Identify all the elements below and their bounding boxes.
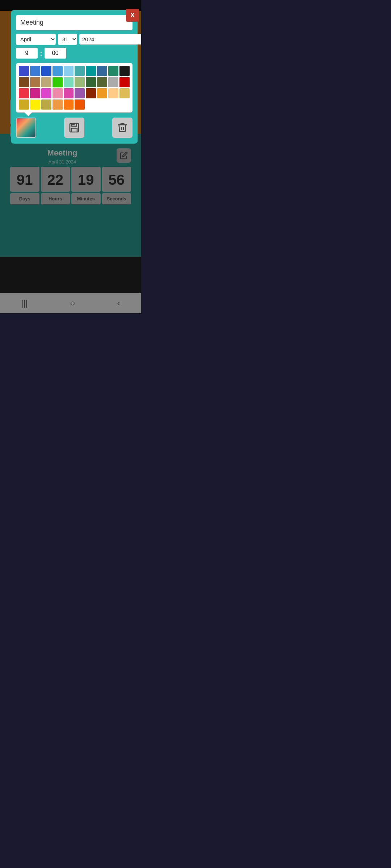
color-swatch[interactable]	[75, 99, 85, 110]
minute-input[interactable]	[45, 48, 66, 59]
color-swatch[interactable]	[41, 88, 51, 98]
color-swatch[interactable]	[30, 88, 40, 98]
color-swatch[interactable]	[41, 99, 51, 110]
modal-close-button[interactable]: X	[126, 9, 139, 22]
color-swatch[interactable]	[52, 66, 63, 76]
time-colon: :	[40, 49, 42, 58]
color-swatch[interactable]	[86, 77, 96, 87]
event-edit-modal: X April JanuaryFebruaryMarch MayJuneJuly…	[11, 10, 138, 144]
color-swatch[interactable]	[30, 77, 40, 87]
color-swatch[interactable]	[64, 77, 74, 87]
save-button[interactable]	[64, 118, 84, 138]
day-select[interactable]: 31 1234 5678 910	[58, 34, 77, 45]
color-swatch[interactable]	[30, 66, 40, 76]
color-swatch[interactable]	[108, 66, 118, 76]
color-swatch[interactable]	[97, 66, 107, 76]
event-title-input[interactable]	[16, 15, 133, 30]
color-preview-swatch	[16, 118, 36, 138]
hour-input[interactable]	[16, 48, 38, 59]
color-swatch[interactable]	[19, 99, 29, 110]
time-row: :	[16, 48, 133, 59]
color-swatch[interactable]	[19, 66, 29, 76]
color-swatch[interactable]	[119, 88, 130, 98]
color-swatch[interactable]	[97, 77, 107, 87]
year-input[interactable]	[79, 34, 141, 44]
delete-button[interactable]	[112, 118, 133, 138]
color-swatch[interactable]	[75, 88, 85, 98]
color-swatch[interactable]	[75, 77, 85, 87]
color-swatch[interactable]	[119, 77, 130, 87]
palette-pointer	[25, 112, 32, 116]
color-palette	[16, 63, 133, 112]
color-swatch[interactable]	[97, 88, 107, 98]
color-swatch[interactable]	[52, 88, 63, 98]
color-swatch[interactable]	[64, 99, 74, 110]
color-swatch[interactable]	[19, 88, 29, 98]
color-swatch[interactable]	[75, 66, 85, 76]
color-preview-button[interactable]	[16, 118, 36, 138]
color-swatch[interactable]	[64, 66, 74, 76]
color-swatch[interactable]	[41, 77, 51, 87]
color-swatch[interactable]	[108, 88, 118, 98]
color-swatch[interactable]	[64, 88, 74, 98]
date-row: April JanuaryFebruaryMarch MayJuneJuly A…	[16, 34, 133, 45]
color-swatch[interactable]	[119, 66, 130, 76]
color-grid	[19, 66, 130, 110]
color-swatch[interactable]	[52, 99, 63, 110]
color-swatch[interactable]	[41, 66, 51, 76]
color-swatch[interactable]	[19, 77, 29, 87]
month-select[interactable]: April JanuaryFebruaryMarch MayJuneJuly A…	[16, 34, 56, 45]
color-swatch[interactable]	[52, 77, 63, 87]
color-swatch[interactable]	[86, 88, 96, 98]
modal-buttons	[16, 118, 133, 138]
color-swatch[interactable]	[86, 66, 96, 76]
color-swatch[interactable]	[108, 77, 118, 87]
color-swatch[interactable]	[30, 99, 40, 110]
svg-rect-1	[72, 123, 75, 125]
